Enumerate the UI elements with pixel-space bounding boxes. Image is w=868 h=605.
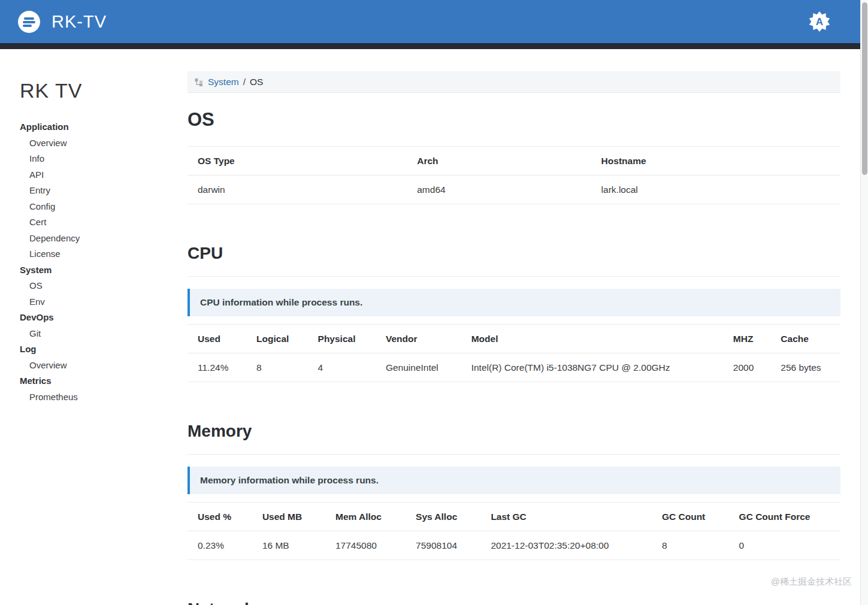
sidebar-item-git[interactable]: Git: [20, 326, 187, 342]
mem-cell-mem-alloc: 17745080: [325, 531, 406, 560]
mem-col-gc-count: GC Count: [652, 503, 729, 531]
sidebar-item-dependency[interactable]: Dependency: [20, 231, 187, 247]
os-col-ostype: OS Type: [187, 147, 407, 176]
sidebar-group-application: Application: [20, 119, 187, 135]
mem-col-used-pct: Used %: [187, 503, 252, 531]
watermark: @稀土掘金技术社区: [771, 576, 852, 588]
memory-section-title: Memory: [187, 422, 840, 441]
cpu-col-cache: Cache: [770, 325, 840, 353]
os-table-row: darwin amd64 lark.local: [187, 176, 840, 204]
mem-cell-gc-count-force: 0: [729, 531, 840, 560]
memory-section-divider: [187, 454, 840, 455]
brand[interactable]: RK-TV: [18, 11, 107, 33]
os-table: OS Type Arch Hostname darwin amd64 lark.…: [187, 146, 840, 204]
sidebar-item-log-overview[interactable]: Overview: [20, 358, 187, 374]
sidebar-item-api[interactable]: API: [20, 167, 187, 183]
app-logo-icon: [18, 11, 40, 33]
cpu-col-used: Used: [187, 325, 246, 353]
memory-table-row: 0.23% 16 MB 17745080 75908104 2021-12-03…: [187, 531, 840, 560]
mem-col-gc-count-force: GC Count Force: [729, 503, 840, 531]
os-col-hostname: Hostname: [591, 147, 840, 176]
sidebar-nav: Application Overview Info API Entry Conf…: [20, 119, 187, 405]
seal-badge-icon[interactable]: A: [809, 11, 830, 32]
navbar-bottom-strip: [0, 43, 860, 49]
memory-table: Used % Used MB Mem Alloc Sys Alloc Last …: [187, 502, 840, 560]
sidebar-item-info[interactable]: Info: [20, 151, 187, 167]
seal-badge-letter: A: [816, 16, 823, 28]
cpu-info-callout: CPU information while process runs.: [187, 289, 840, 316]
cpu-cell-mhz: 2000: [723, 353, 771, 382]
cpu-cell-model: Intel(R) Core(TM) i5-1038NG7 CPU @ 2.00G…: [461, 353, 723, 382]
cpu-cell-logical: 8: [246, 353, 307, 382]
sidebar: RK TV Application Overview Info API Entr…: [0, 49, 187, 405]
mem-col-mem-alloc: Mem Alloc: [325, 503, 406, 531]
breadcrumb-current: OS: [250, 77, 263, 87]
cpu-col-logical: Logical: [246, 325, 307, 353]
cpu-section-divider: [187, 276, 840, 277]
sidebar-group-log: Log: [20, 341, 187, 358]
sidebar-group-metrics: Metrics: [20, 373, 187, 389]
sidebar-item-prometheus[interactable]: Prometheus: [20, 389, 187, 406]
os-col-arch: Arch: [407, 147, 591, 176]
sitemap-icon: [195, 78, 203, 86]
sidebar-item-overview[interactable]: Overview: [20, 135, 187, 152]
cpu-col-vendor: Vendor: [376, 325, 461, 353]
page-scrollbar-thumb[interactable]: [862, 2, 867, 175]
mem-cell-gc-count: 8: [652, 531, 729, 560]
cpu-col-mhz: MHZ: [723, 325, 771, 353]
top-navbar: RK-TV A: [0, 0, 860, 43]
os-cell-ostype: darwin: [187, 176, 407, 204]
memory-info-callout: Memory information while process runs.: [187, 467, 840, 494]
cpu-cell-physical: 4: [308, 353, 376, 382]
sidebar-item-entry[interactable]: Entry: [20, 183, 187, 199]
cpu-table: Used Logical Physical Vendor Model MHZ C…: [187, 324, 840, 382]
cpu-col-model: Model: [461, 325, 723, 353]
cpu-col-physical: Physical: [308, 325, 376, 353]
sidebar-item-config[interactable]: Config: [20, 199, 187, 215]
os-table-header-row: OS Type Arch Hostname: [187, 147, 840, 176]
sidebar-item-license[interactable]: License: [20, 246, 187, 262]
breadcrumb: System / OS: [187, 71, 840, 93]
sidebar-group-devops: DevOps: [20, 310, 187, 326]
sidebar-item-cert[interactable]: Cert: [20, 214, 187, 231]
main-content: System / OS OS OS Type Arch Hostname dar…: [187, 49, 840, 605]
network-section-title: Network: [187, 600, 840, 605]
sidebar-group-system: System: [20, 262, 187, 279]
breadcrumb-parent-link[interactable]: System: [208, 77, 239, 87]
app-title: RK-TV: [52, 12, 107, 32]
mem-cell-used-mb: 16 MB: [252, 531, 325, 560]
cpu-table-header-row: Used Logical Physical Vendor Model MHZ C…: [187, 325, 840, 353]
sidebar-item-os[interactable]: OS: [20, 278, 187, 294]
page-scrollbar-track[interactable]: [860, 0, 868, 605]
cpu-cell-vendor: GenuineIntel: [376, 353, 461, 382]
os-cell-arch: amd64: [407, 176, 591, 204]
mem-col-last-gc: Last GC: [480, 503, 652, 531]
mem-cell-used-pct: 0.23%: [187, 531, 252, 560]
cpu-section-title: CPU: [187, 244, 840, 263]
breadcrumb-separator: /: [243, 77, 246, 87]
memory-table-header-row: Used % Used MB Mem Alloc Sys Alloc Last …: [187, 503, 840, 531]
mem-cell-last-gc: 2021-12-03T02:35:20+08:00: [480, 531, 652, 560]
sidebar-item-env[interactable]: Env: [20, 294, 187, 310]
mem-cell-sys-alloc: 75908104: [406, 531, 480, 560]
os-section-title: OS: [187, 109, 840, 131]
sidebar-title: RK TV: [20, 79, 187, 102]
cpu-cell-cache: 256 bytes: [770, 353, 840, 382]
cpu-cell-used: 11.24%: [187, 353, 246, 382]
mem-col-sys-alloc: Sys Alloc: [406, 503, 480, 531]
cpu-table-row: 11.24% 8 4 GenuineIntel Intel(R) Core(TM…: [187, 353, 840, 382]
os-cell-hostname: lark.local: [591, 176, 840, 204]
mem-col-used-mb: Used MB: [252, 503, 325, 531]
